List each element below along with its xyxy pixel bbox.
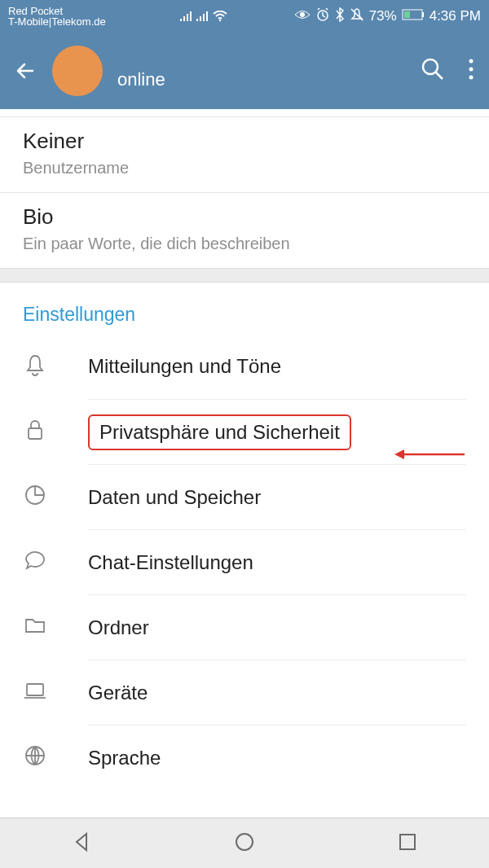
svg-marker-15 xyxy=(394,449,404,459)
lock-icon xyxy=(23,418,47,445)
settings-item-data[interactable]: Daten und Speicher xyxy=(0,464,489,529)
settings-item-label: Daten und Speicher xyxy=(88,486,261,509)
highlight-box: Privatsphäre und Sicherheit xyxy=(88,414,351,450)
settings-header: Einstellungen xyxy=(0,283,489,334)
status-signal-icons xyxy=(180,11,227,22)
settings-item-folders[interactable]: Ordner xyxy=(0,594,489,660)
bluetooth-icon xyxy=(335,7,345,26)
svg-rect-4 xyxy=(422,12,424,17)
svg-rect-10 xyxy=(29,428,42,439)
globe-icon xyxy=(23,743,47,771)
folder-icon xyxy=(23,613,47,641)
settings-item-label: Geräte xyxy=(88,682,148,704)
device-icon xyxy=(23,678,47,706)
bio-label: Ein paar Worte, die dich beschreiben xyxy=(23,235,466,253)
app-bar-status: online xyxy=(117,51,406,90)
bio-row[interactable]: Bio Ein paar Worte, die dich beschreiben xyxy=(0,193,489,268)
status-time: 4:36 PM xyxy=(430,8,481,24)
settings-item-label: Mitteilungen und Töne xyxy=(88,355,281,378)
battery-pct: 73% xyxy=(369,8,397,24)
svg-point-8 xyxy=(469,68,474,72)
search-button[interactable] xyxy=(421,57,445,85)
eye-icon xyxy=(294,8,311,24)
alarm-icon xyxy=(315,7,330,26)
annotation-arrow xyxy=(394,446,465,462)
svg-point-16 xyxy=(236,834,253,850)
carrier-line2: T-Mobile|Telekom.de xyxy=(8,16,106,27)
chat-icon xyxy=(23,548,47,576)
app-bar: online xyxy=(0,33,489,109)
nav-home-button[interactable] xyxy=(233,831,256,857)
nav-bar xyxy=(0,818,489,868)
status-carrier: Red Pocket T-Mobile|Telekom.de xyxy=(8,6,106,27)
back-button[interactable] xyxy=(15,59,37,82)
signal-icon xyxy=(180,11,193,22)
more-options-button[interactable] xyxy=(468,57,474,85)
section-divider xyxy=(0,268,489,283)
bio-value: Bio xyxy=(23,204,466,230)
username-label: Benutzername xyxy=(23,159,466,178)
username-value: Keiner xyxy=(23,129,466,154)
svg-rect-17 xyxy=(400,835,415,849)
settings-item-language[interactable]: Sprache xyxy=(0,725,489,790)
svg-point-9 xyxy=(469,76,474,80)
avatar[interactable] xyxy=(52,46,103,96)
svg-rect-5 xyxy=(404,11,410,18)
battery-icon xyxy=(402,8,425,24)
bell-icon xyxy=(23,353,47,380)
svg-point-7 xyxy=(469,59,474,64)
username-row[interactable]: Keiner Benutzername xyxy=(0,117,489,193)
settings-item-chat[interactable]: Chat-Einstellungen xyxy=(0,529,489,594)
status-bar: Red Pocket T-Mobile|Telekom.de 73% xyxy=(0,0,489,33)
settings-item-label: Privatsphäre und Sicherheit xyxy=(99,421,340,443)
mute-icon xyxy=(350,7,364,26)
svg-point-6 xyxy=(423,59,438,74)
settings-item-label: Sprache xyxy=(88,747,161,769)
pie-icon xyxy=(23,483,47,511)
wifi-icon xyxy=(213,11,227,22)
svg-rect-12 xyxy=(27,684,43,695)
settings-item-notifications[interactable]: Mitteilungen und Töne xyxy=(0,334,489,399)
status-right: 73% 4:36 PM xyxy=(294,7,481,26)
svg-point-1 xyxy=(300,12,305,17)
signal-icon xyxy=(196,11,209,22)
nav-recent-button[interactable] xyxy=(396,831,419,857)
settings-item-label: Chat-Einstellungen xyxy=(88,551,253,574)
nav-back-button[interactable] xyxy=(70,831,93,857)
settings-item-devices[interactable]: Geräte xyxy=(0,660,489,725)
settings-item-label: Ordner xyxy=(88,616,149,639)
svg-point-0 xyxy=(219,20,221,21)
